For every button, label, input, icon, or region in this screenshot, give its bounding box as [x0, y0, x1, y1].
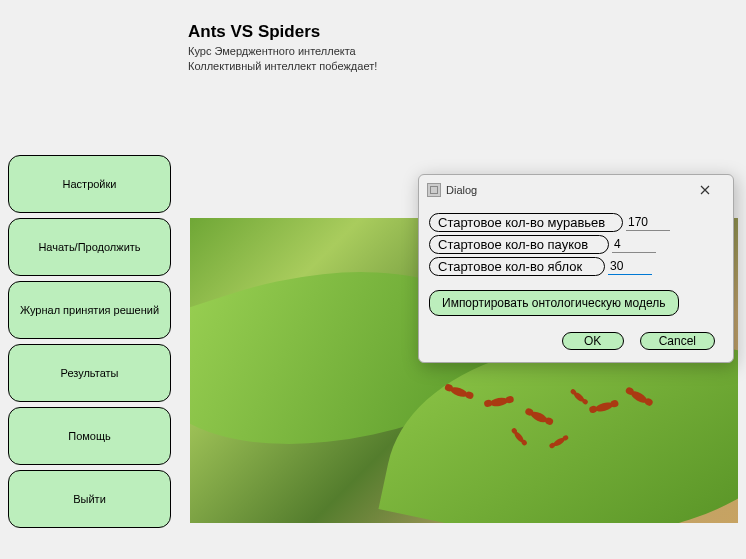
sidebar-item-help[interactable]: Помощь [8, 407, 171, 465]
sidebar-item-settings[interactable]: Настройки [8, 155, 171, 213]
field-row-apples: Стартовое кол-во яблок [429, 257, 723, 276]
header: Ants VS Spiders Курс Эмерджентного интел… [188, 0, 746, 72]
field-row-spiders: Стартовое кол-во пауков [429, 235, 723, 254]
input-starting-apples[interactable] [608, 258, 652, 275]
ok-button[interactable]: OK [562, 332, 624, 350]
import-ontology-button[interactable]: Импортировать онтологическую модель [429, 290, 679, 316]
sidebar-item-start-continue[interactable]: Начать/Продолжить [8, 218, 171, 276]
settings-dialog: Dialog Стартовое кол-во муравьев Стартов… [418, 174, 734, 363]
field-row-ants: Стартовое кол-во муравьев [429, 213, 723, 232]
subtitle-course: Курс Эмерджентного интеллекта [188, 45, 746, 57]
sidebar-item-exit[interactable]: Выйти [8, 470, 171, 528]
cancel-button[interactable]: Cancel [640, 332, 715, 350]
dialog-footer: OK Cancel [419, 326, 733, 362]
close-button[interactable] [685, 179, 725, 201]
input-starting-spiders[interactable] [612, 236, 656, 253]
close-icon [700, 185, 710, 195]
page-title: Ants VS Spiders [188, 22, 746, 42]
dialog-icon [427, 183, 441, 197]
sidebar-item-decision-log[interactable]: Журнал принятия решений [8, 281, 171, 339]
label-starting-spiders: Стартовое кол-во пауков [429, 235, 609, 254]
dialog-titlebar[interactable]: Dialog [419, 175, 733, 205]
label-starting-ants: Стартовое кол-во муравьев [429, 213, 623, 232]
dialog-title: Dialog [446, 184, 685, 196]
sidebar-item-results[interactable]: Результаты [8, 344, 171, 402]
subtitle-slogan: Коллективный интеллект побеждает! [188, 60, 746, 72]
sidebar: Настройки Начать/Продолжить Журнал приня… [8, 155, 171, 528]
label-starting-apples: Стартовое кол-во яблок [429, 257, 605, 276]
dialog-body: Стартовое кол-во муравьев Стартовое кол-… [419, 205, 733, 326]
input-starting-ants[interactable] [626, 214, 670, 231]
